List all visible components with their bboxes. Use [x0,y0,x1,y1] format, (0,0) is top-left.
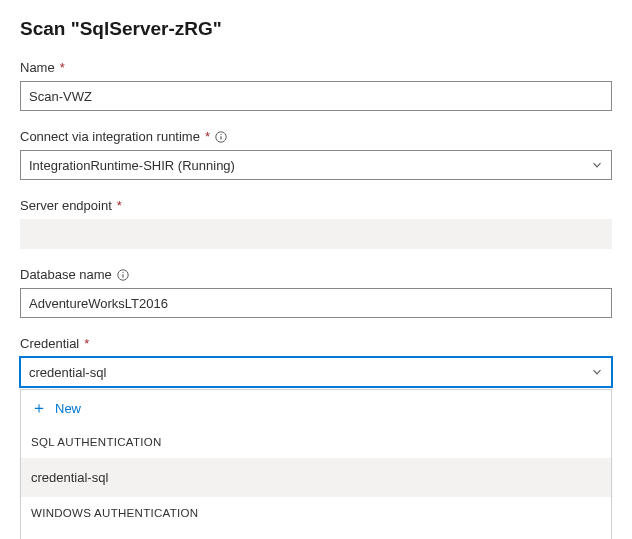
plus-icon: ＋ [31,400,47,416]
svg-point-2 [220,133,221,134]
required-indicator: * [117,198,122,213]
new-credential-button[interactable]: ＋ New [21,390,611,426]
database-input[interactable] [20,288,612,318]
new-credential-label: New [55,401,81,416]
runtime-label: Connect via integration runtime * [20,129,612,144]
name-input[interactable] [20,81,612,111]
dropdown-group-windows: WINDOWS AUTHENTICATION [21,497,611,529]
dropdown-item-credential-win[interactable]: credential-win [21,529,611,539]
dropdown-group-sql: SQL AUTHENTICATION [21,426,611,458]
required-indicator: * [205,129,210,144]
database-label-text: Database name [20,267,112,282]
credential-select-value: credential-sql [29,365,591,380]
name-label-text: Name [20,60,55,75]
endpoint-label: Server endpoint * [20,198,612,213]
info-icon[interactable] [116,268,130,282]
name-label: Name * [20,60,612,75]
endpoint-input [20,219,612,249]
page-title: Scan "SqlServer-zRG" [20,18,612,40]
svg-point-5 [122,271,123,272]
credential-dropdown: ＋ New SQL AUTHENTICATION credential-sql … [20,389,612,539]
endpoint-label-text: Server endpoint [20,198,112,213]
info-icon[interactable] [214,130,228,144]
dropdown-item-credential-sql[interactable]: credential-sql [21,458,611,497]
runtime-select-value: IntegrationRuntime-SHIR (Running) [29,158,591,173]
database-label: Database name [20,267,612,282]
required-indicator: * [60,60,65,75]
credential-label: Credential * [20,336,612,351]
chevron-down-icon [591,366,603,378]
runtime-select[interactable]: IntegrationRuntime-SHIR (Running) [20,150,612,180]
credential-select[interactable]: credential-sql [20,357,612,387]
required-indicator: * [84,336,89,351]
chevron-down-icon [591,159,603,171]
credential-label-text: Credential [20,336,79,351]
runtime-label-text: Connect via integration runtime [20,129,200,144]
